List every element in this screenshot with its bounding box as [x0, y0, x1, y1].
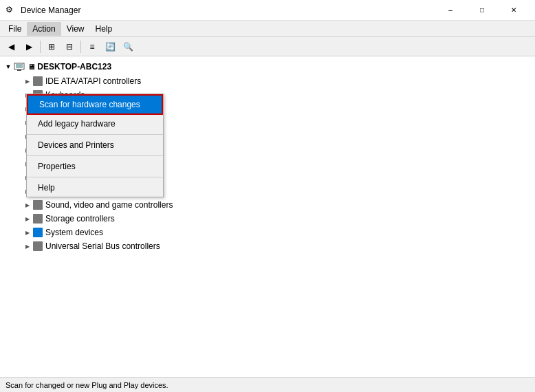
- title-bar-controls: – □ ✕: [435, 0, 529, 21]
- dropdown-add-legacy[interactable]: Add legacy hardware: [27, 115, 163, 133]
- root-icon: [14, 61, 25, 72]
- minimize-button[interactable]: –: [435, 0, 466, 21]
- menu-file[interactable]: File: [3, 22, 27, 36]
- dropdown-separator-3: [27, 177, 163, 177]
- dropdown-scan-hardware[interactable]: Scan for hardware changes: [27, 94, 163, 115]
- tree-item-sound[interactable]: ▶ Sound, video and game controllers: [0, 198, 535, 212]
- system-arrow: ▶: [22, 227, 33, 238]
- tree-root-item[interactable]: ▼ 🖥 DESKTOP-ABC123: [0, 59, 535, 74]
- toolbar-update[interactable]: 🔄: [102, 39, 118, 54]
- sound-arrow: ▶: [22, 199, 33, 210]
- usb-icon: [33, 241, 43, 251]
- title-bar-left: ⚙ Device Manager: [6, 5, 80, 16]
- toolbar-expand[interactable]: ⊞: [43, 39, 60, 54]
- title-bar: ⚙ Device Manager – □ ✕: [0, 0, 535, 21]
- sound-icon: [33, 200, 43, 210]
- root-label: 🖥 DESKTOP-ABC123: [28, 62, 111, 72]
- dropdown-help[interactable]: Help: [27, 179, 163, 197]
- maximize-button[interactable]: □: [466, 0, 498, 21]
- dropdown-devices-printers[interactable]: Devices and Printers: [27, 136, 163, 154]
- close-button[interactable]: ✕: [498, 0, 529, 21]
- toolbar-separator-2: [80, 41, 81, 53]
- main-area: ▼ 🖥 DESKTOP-ABC123 ▶ IDE ATA/ATAPI contr…: [0, 56, 535, 377]
- ide-label: IDE ATA/ATAPI controllers: [45, 76, 141, 86]
- toolbar-scan[interactable]: 🔍: [120, 39, 136, 54]
- toolbar-back[interactable]: ◀: [3, 39, 19, 54]
- sound-label: Sound, video and game controllers: [45, 200, 173, 210]
- ide-icon: [33, 76, 43, 86]
- usb-arrow: ▶: [22, 241, 33, 252]
- svg-rect-2: [16, 64, 23, 68]
- toolbar-properties[interactable]: ≡: [84, 39, 100, 54]
- dropdown-properties[interactable]: Properties: [27, 157, 163, 175]
- tree-item-storage[interactable]: ▶ Storage controllers: [0, 212, 535, 226]
- action-dropdown-menu: Scan for hardware changes Add legacy har…: [26, 94, 164, 197]
- tree-item-ide[interactable]: ▶ IDE ATA/ATAPI controllers: [0, 74, 535, 88]
- storage-label: Storage controllers: [45, 214, 115, 224]
- menu-view[interactable]: View: [61, 22, 90, 36]
- menu-action[interactable]: Action: [27, 22, 61, 36]
- storage-arrow: ▶: [22, 213, 33, 224]
- ide-arrow: ▶: [22, 76, 33, 87]
- toolbar-separator-1: [40, 41, 41, 53]
- menu-help[interactable]: Help: [90, 22, 118, 36]
- app-icon: ⚙: [6, 5, 17, 16]
- dropdown-separator-1: [27, 134, 163, 135]
- status-text: Scan for changed or new Plug and Play de…: [6, 381, 168, 389]
- system-icon: [33, 228, 43, 237]
- tree-item-usb[interactable]: ▶ Universal Serial Bus controllers: [0, 239, 535, 253]
- system-label: System devices: [45, 228, 103, 237]
- tree-item-system[interactable]: ▶ System devices: [0, 226, 535, 239]
- dropdown-separator-2: [27, 155, 163, 156]
- title-bar-title: Device Manager: [21, 6, 80, 15]
- menu-bar: File Action View Help: [0, 21, 535, 37]
- toolbar: ◀ ▶ ⊞ ⊟ ≡ 🔄 🔍: [0, 37, 535, 56]
- toolbar-forward[interactable]: ▶: [21, 39, 37, 54]
- usb-label: Universal Serial Bus controllers: [45, 241, 160, 251]
- storage-icon: [33, 214, 43, 224]
- svg-rect-1: [17, 69, 21, 71]
- root-expand-arrow: ▼: [3, 61, 14, 72]
- status-bar: Scan for changed or new Plug and Play de…: [0, 377, 535, 392]
- toolbar-collapse[interactable]: ⊟: [61, 39, 78, 54]
